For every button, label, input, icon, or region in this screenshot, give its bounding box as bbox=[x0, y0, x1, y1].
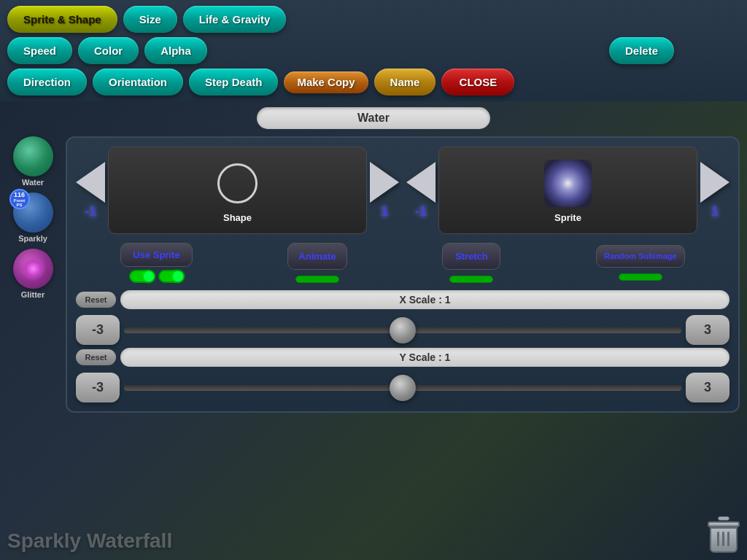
direction-button[interactable]: Direction bbox=[7, 69, 87, 96]
x-scale-slider-track[interactable] bbox=[124, 327, 681, 333]
y-scale-slider-track[interactable] bbox=[124, 385, 681, 391]
sparkly-circle: 116 Front PS bbox=[13, 192, 53, 233]
orientation-button[interactable]: Orientation bbox=[93, 69, 183, 96]
shape-label: Shape bbox=[223, 212, 252, 223]
x-scale-max-button[interactable]: 3 bbox=[686, 315, 729, 345]
sprite-prev-button[interactable]: -1 bbox=[406, 162, 436, 219]
action-buttons-row: Use Sprite Animate Stretch bbox=[76, 243, 729, 283]
x-scale-reset-button[interactable]: Reset bbox=[76, 292, 116, 308]
shape-sprite-row: -1 Shape 1 bbox=[76, 147, 729, 234]
x-scale-slider-row: -3 3 bbox=[76, 315, 729, 345]
close-button[interactable]: CLOSE bbox=[441, 69, 514, 96]
trash-lid bbox=[708, 521, 740, 527]
sprite-right-arrow-icon bbox=[700, 162, 729, 203]
random-subimage-button[interactable]: Random Subimage bbox=[596, 245, 685, 268]
use-sprite-button[interactable]: Use Sprite bbox=[120, 243, 192, 267]
glitter-label: Glitter bbox=[13, 290, 53, 299]
circle-shape bbox=[217, 163, 258, 203]
trash-handle bbox=[718, 516, 729, 521]
animate-indicator bbox=[295, 276, 339, 283]
water-circle bbox=[13, 136, 53, 176]
particle-water[interactable]: Water bbox=[13, 136, 53, 187]
sprite-selector-group: -1 Sprite 1 bbox=[406, 147, 729, 234]
x-scale-min-button[interactable]: -3 bbox=[76, 315, 120, 345]
particle-sparkly[interactable]: 116 Front PS Sparkly bbox=[13, 192, 53, 243]
name-button[interactable]: Name bbox=[374, 69, 436, 96]
sprite-left-val: -1 bbox=[415, 204, 427, 219]
random-subimage-indicator bbox=[619, 273, 662, 281]
sprite-preview-box: Sprite bbox=[438, 147, 697, 234]
sprite-right-val: 1 bbox=[711, 204, 719, 219]
sprite-image bbox=[544, 160, 592, 207]
y-scale-min-button[interactable]: -3 bbox=[76, 373, 120, 402]
sparkly-label: Sparkly bbox=[13, 234, 53, 243]
x-scale-slider-thumb[interactable] bbox=[390, 317, 416, 343]
trash-icon[interactable] bbox=[707, 516, 740, 553]
sprite-preview bbox=[543, 158, 594, 209]
sprite-left-arrow-icon bbox=[406, 162, 436, 203]
shape-left-val: -1 bbox=[85, 204, 96, 219]
right-arrow-icon bbox=[370, 162, 399, 203]
shape-prev-button[interactable]: -1 bbox=[76, 162, 105, 219]
shape-next-button[interactable]: 1 bbox=[370, 162, 399, 219]
stretch-indicator bbox=[449, 276, 493, 283]
front-badge: 116 Front PS bbox=[9, 189, 30, 209]
sprite-label: Sprite bbox=[554, 212, 581, 223]
y-scale-slider-thumb[interactable] bbox=[390, 375, 416, 401]
y-scale-slider-row: -3 3 bbox=[76, 373, 729, 402]
use-sprite-group: Use Sprite bbox=[120, 243, 192, 283]
y-scale-label-row: Reset Y Scale : 1 bbox=[76, 348, 729, 367]
delete-button[interactable]: Delete bbox=[609, 37, 674, 64]
x-scale-section: Reset X Scale : 1 -3 3 bbox=[76, 290, 729, 345]
x-scale-label-row: Reset X Scale : 1 bbox=[76, 290, 729, 309]
y-scale-reset-button[interactable]: Reset bbox=[76, 349, 116, 365]
sprite-next-button[interactable]: 1 bbox=[700, 162, 729, 219]
y-scale-label: Y Scale : 1 bbox=[120, 348, 729, 367]
alpha-button[interactable]: Alpha bbox=[144, 37, 207, 64]
animate-group: Animate bbox=[287, 243, 347, 283]
x-scale-label: X Scale : 1 bbox=[120, 290, 729, 309]
y-scale-max-button[interactable]: 3 bbox=[686, 373, 729, 402]
shape-selector-group: -1 Shape 1 bbox=[76, 147, 399, 234]
particle-name-bar: Water bbox=[257, 107, 490, 129]
shape-preview bbox=[212, 158, 263, 209]
size-button[interactable]: Size bbox=[123, 6, 177, 33]
bottom-title: Sparkly Waterfall bbox=[7, 529, 172, 553]
main-content: Water Water 116 Front PS Sparkly bbox=[0, 101, 747, 419]
shape-right-val: 1 bbox=[381, 204, 388, 219]
trash-body bbox=[710, 527, 738, 553]
animate-button[interactable]: Animate bbox=[287, 243, 347, 270]
step-death-button[interactable]: Step Death bbox=[189, 69, 278, 96]
toggle-switches bbox=[129, 270, 185, 283]
sprite-shape-button[interactable]: Sprite & Shape bbox=[7, 6, 117, 33]
nav-bar: Sprite & Shape Size Life & Gravity Speed… bbox=[0, 0, 747, 101]
shape-preview-box: Shape bbox=[108, 147, 367, 234]
y-scale-section: Reset Y Scale : 1 -3 3 bbox=[76, 348, 729, 402]
stretch-button[interactable]: Stretch bbox=[442, 243, 500, 270]
water-label: Water bbox=[13, 178, 53, 187]
make-copy-button[interactable]: Make Copy bbox=[284, 71, 368, 93]
speed-button[interactable]: Speed bbox=[7, 37, 72, 64]
left-arrow-icon bbox=[76, 162, 105, 203]
glitter-circle bbox=[13, 249, 53, 289]
toggle-switch-2[interactable] bbox=[158, 270, 185, 283]
life-gravity-button[interactable]: Life & Gravity bbox=[183, 6, 287, 33]
particle-list: Water 116 Front PS Sparkly Glitte bbox=[7, 136, 58, 413]
particle-glitter[interactable]: Glitter bbox=[13, 249, 53, 299]
center-panel: -1 Shape 1 bbox=[66, 136, 740, 413]
random-subimage-group: Random Subimage bbox=[596, 245, 685, 281]
color-button[interactable]: Color bbox=[78, 37, 139, 64]
stretch-group: Stretch bbox=[442, 243, 500, 283]
toggle-switch-1[interactable] bbox=[129, 270, 155, 283]
